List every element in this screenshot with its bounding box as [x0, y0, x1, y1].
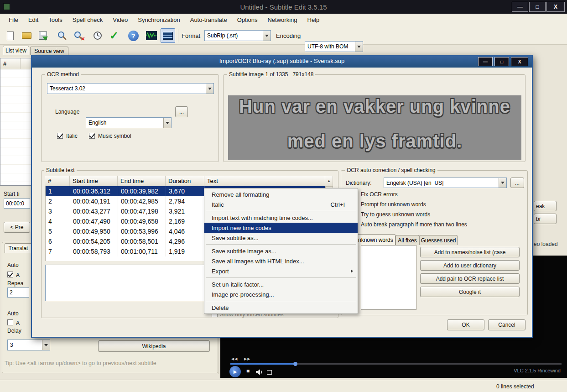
start-time-input[interactable]: 00:00:0 — [4, 199, 30, 209]
save-button[interactable] — [36, 28, 50, 43]
subtitle-list-view[interactable]: # — [0, 58, 31, 186]
col-number[interactable]: # — [45, 176, 70, 186]
forward-icon[interactable]: ▶▶ — [244, 357, 250, 361]
menu-item-save-subtitle-image-as[interactable]: Save subtitle image as... — [204, 246, 358, 256]
dialog-close-button[interactable]: X — [511, 57, 528, 66]
menu-item-import-new-timecodes[interactable]: Import new time codes — [204, 223, 358, 233]
google-it-button[interactable]: Google it — [420, 287, 520, 297]
repeat-count-label: Repea — [7, 280, 23, 287]
menu-file[interactable]: File — [4, 14, 23, 26]
menu-item-save-all-images-html[interactable]: Save all images with HTML index... — [204, 256, 358, 266]
seek-bar[interactable] — [230, 363, 562, 365]
minimize-button[interactable]: — — [512, 2, 528, 12]
seek-knob[interactable] — [293, 362, 297, 366]
prompt-unknown-label: Prompt for unknown words — [361, 201, 426, 208]
open-file-button[interactable] — [19, 28, 34, 43]
menu-item-save-subtitle-as[interactable]: Save subtitle as... — [204, 233, 358, 243]
auto-continue-checkbox[interactable] — [7, 319, 13, 325]
tab-source-view[interactable]: Source view — [30, 47, 68, 55]
col-start-time[interactable]: Start time — [70, 176, 118, 186]
menu-networking[interactable]: Networking — [262, 14, 302, 26]
find-button[interactable] — [55, 28, 69, 43]
add-pair-ocr-replace-button[interactable]: Add pair to OCR replace list — [420, 273, 520, 284]
tab-unknown-words[interactable]: Unknown words — [352, 234, 395, 245]
scroll-up-icon[interactable]: ▲ — [325, 176, 333, 186]
menu-item-italic[interactable]: Italic Ctrl+I — [204, 199, 358, 209]
new-file-button[interactable] — [3, 28, 17, 43]
stop-button[interactable]: ■ — [246, 368, 250, 374]
col-text[interactable]: Text — [204, 176, 325, 186]
play-button[interactable]: ▶ — [229, 366, 241, 377]
ok-button[interactable]: OK — [447, 319, 484, 330]
volume-icon[interactable] — [256, 369, 264, 375]
previous-subtitle-button[interactable]: < Pre — [4, 222, 30, 233]
dialog-maximize-button[interactable]: □ — [494, 57, 509, 66]
column-header[interactable] — [21, 58, 31, 69]
tab-all-fixes[interactable]: All fixes — [395, 235, 419, 245]
visual-sync-button[interactable] — [90, 28, 105, 43]
italic-checkbox[interactable] — [57, 133, 63, 139]
col-duration[interactable]: Duration — [166, 176, 204, 186]
menu-options[interactable]: Options — [232, 14, 263, 26]
add-to-user-dictionary-button[interactable]: Add to user dictionary — [420, 260, 520, 271]
new-file-icon — [7, 31, 14, 40]
close-button[interactable]: X — [546, 2, 565, 12]
format-dropdown[interactable]: SubRip (.srt) — [204, 30, 271, 41]
seek-progress — [230, 363, 293, 365]
tab-list-view[interactable]: List view — [3, 46, 29, 55]
col-end-time[interactable]: End time — [118, 176, 166, 186]
menu-separator — [206, 277, 356, 278]
encoding-dropdown[interactable]: UTF-8 with BOM — [305, 41, 363, 52]
menu-item-delete[interactable]: Delete — [204, 303, 358, 313]
video-toggle-button[interactable] — [161, 28, 175, 43]
tab-guesses-used[interactable]: Guesses used — [419, 235, 458, 245]
menu-edit[interactable]: Edit — [23, 14, 43, 26]
menu-item-import-matching-timecodes[interactable]: Import text with matching time codes... — [204, 213, 358, 223]
subtitle-text-editor[interactable] — [45, 265, 205, 301]
fullscreen-button[interactable] — [267, 370, 272, 375]
guess-unknown-label: Try to guess unknown words — [361, 211, 430, 218]
repeat-count-input[interactable]: 2 — [7, 287, 29, 298]
replace-button[interactable]: × — [71, 28, 86, 43]
delay-dropdown[interactable]: 3 — [7, 340, 50, 350]
unbreak-button[interactable]: br — [534, 214, 557, 224]
menu-synchronization[interactable]: Synchronization — [133, 14, 185, 26]
auto-repeat-checkbox[interactable] — [7, 272, 13, 277]
menu-video[interactable]: Video — [108, 14, 133, 26]
add-to-names-button[interactable]: Add to names/noise list (case — [420, 247, 520, 257]
column-header-number[interactable]: # — [0, 58, 21, 69]
menu-spell-check[interactable]: Spell check — [68, 14, 108, 26]
menu-item-remove-formatting[interactable]: Remove all formatting — [204, 189, 358, 199]
ocr-method-dropdown[interactable]: Tesseract 3.02 — [47, 83, 214, 94]
menu-help[interactable]: Help — [302, 14, 325, 26]
help-button[interactable]: ? — [126, 28, 140, 43]
spell-check-button[interactable]: ✓ — [107, 28, 121, 43]
auto-continue-check-label: A — [16, 320, 20, 326]
open-folder-icon — [22, 32, 31, 39]
menu-item-set-unitalic-factor[interactable]: Set un-italic factor... — [204, 279, 358, 289]
subtitle-table-header: # Start time End time Duration Text ▲ — [45, 176, 333, 186]
maximize-button[interactable]: □ — [529, 2, 546, 12]
music-symbol-checkbox[interactable] — [89, 133, 95, 139]
waveform-icon — [146, 31, 157, 40]
waveform-toggle-button[interactable] — [144, 28, 159, 43]
dictionary-browse-button[interactable]: ... — [510, 178, 524, 188]
rewind-icon[interactable]: ◀◀ — [231, 357, 238, 361]
language-dropdown[interactable]: English — [86, 117, 172, 128]
auto-break-button[interactable]: eak — [534, 201, 557, 211]
dictionary-dropdown[interactable]: Engelsk (USA) [en_US] — [384, 178, 507, 188]
language-browse-button[interactable]: ... — [175, 106, 188, 117]
cancel-button[interactable]: Cancel — [488, 319, 525, 330]
menu-item-export[interactable]: Export — [204, 266, 358, 276]
tab-translate[interactable]: Translat — [5, 243, 32, 253]
language-label: Language — [55, 109, 79, 115]
dialog-minimize-button[interactable]: — — [478, 57, 493, 66]
help-icon: ? — [128, 31, 139, 41]
context-menu: Remove all formatting Italic Ctrl+I Impo… — [204, 188, 358, 314]
menu-item-image-preprocessing[interactable]: Image pre-processing... — [204, 289, 358, 299]
unknown-words-listbox[interactable] — [361, 245, 416, 310]
menu-auto-translate[interactable]: Auto-translate — [185, 14, 232, 26]
delay-label: Delay — [7, 328, 21, 334]
wikipedia-button[interactable]: Wikipedia — [98, 340, 210, 352]
menu-tools[interactable]: Tools — [43, 14, 67, 26]
